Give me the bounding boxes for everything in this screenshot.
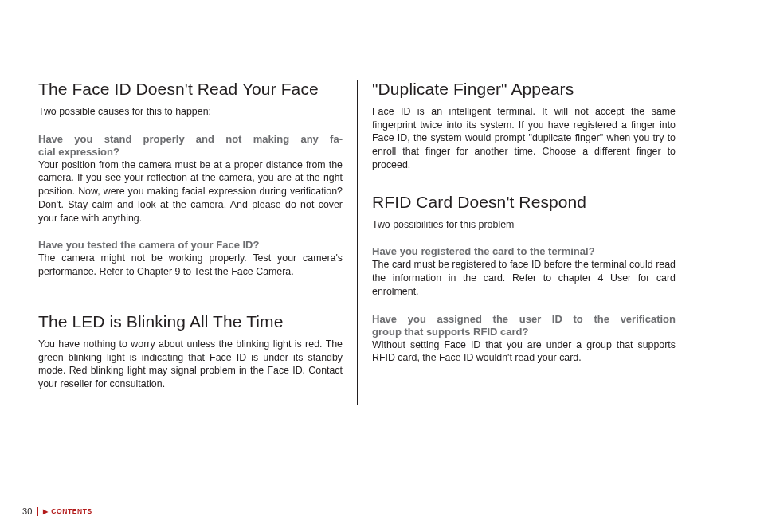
subhead-tested-camera: Have you tested the camera of your Face … — [38, 239, 343, 251]
subhead-assigned-user-line2: group that supports RFID card? — [372, 326, 676, 338]
body-tested-camera: The camera might not be working properly… — [38, 252, 343, 278]
heading-rfid-card: RFID Card Doesn't Respond — [372, 193, 676, 212]
left-column: The Face ID Doesn't Read Your Face Two p… — [38, 80, 357, 405]
subhead-registered-card: Have you registered the card to the term… — [372, 245, 676, 257]
subhead-stand-properly-line2: cial expression? — [38, 146, 343, 158]
body-stand-properly: Your position from the camera must be at… — [38, 158, 343, 225]
heading-face-id-not-read: The Face ID Doesn't Read Your Face — [38, 80, 343, 99]
intro-rfid: Two possibilities for this problem — [372, 218, 676, 232]
heading-duplicate-finger: "Duplicate Finger" Appears — [372, 80, 676, 99]
body-assigned-user: Without setting Face ID that you are und… — [372, 338, 676, 365]
subhead-assigned-user-line1: Have you assigned the user ID to the ver… — [372, 313, 676, 325]
body-led-blinking: You have nothing to worry about unless t… — [38, 338, 343, 391]
contents-label: CONTENTS — [51, 507, 92, 515]
right-column: "Duplicate Finger" Appears Face ID is an… — [357, 80, 676, 405]
page-content: The Face ID Doesn't Read Your Face Two p… — [38, 80, 722, 405]
heading-led-blinking: The LED is Blinking All The Time — [38, 312, 343, 331]
contents-link[interactable]: ▶ CONTENTS — [38, 507, 92, 515]
arrow-right-icon: ▶ — [43, 508, 49, 515]
footer: 30 ▶ CONTENTS — [22, 507, 92, 516]
body-duplicate-finger: Face ID is an intelligent terminal. It w… — [372, 105, 676, 172]
page-number: 30 — [22, 507, 38, 516]
body-registered-card: The card must be registered to face ID b… — [372, 258, 676, 298]
subhead-stand-properly-line1: Have you stand properly and not making a… — [38, 133, 343, 145]
intro-text: Two possible causes for this to happen: — [38, 105, 343, 119]
